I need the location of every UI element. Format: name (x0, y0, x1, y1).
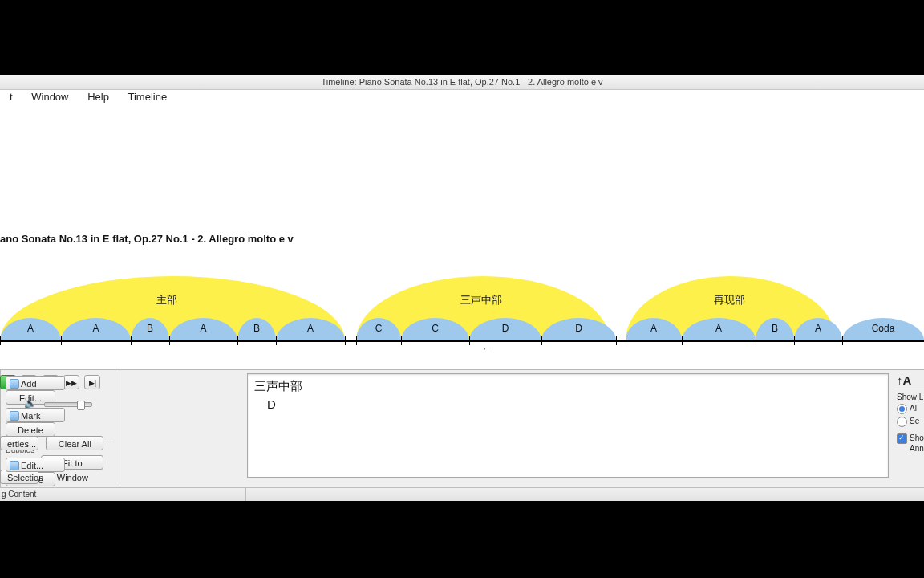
show-label: Show L (897, 393, 924, 401)
radio-sel[interactable] (897, 417, 907, 427)
bubble-label: Coda (867, 323, 899, 334)
radio-all-label: Al (910, 404, 917, 413)
skip-end-button[interactable]: ▶| (84, 375, 100, 389)
clear-all-button[interactable]: Clear All (46, 436, 103, 450)
bubble-label: C (426, 323, 445, 334)
timeline-track[interactable]: 主部三声中部再现部 AABABACCDDAABACoda ⌐ (0, 249, 924, 337)
axis-tick (842, 336, 843, 345)
timeline-axis (0, 340, 924, 342)
window-title: Timeline: Piano Sonata No.13 in E flat, … (321, 77, 602, 87)
section-label: 主部 (156, 293, 177, 307)
checkbox-ann-label: Ann (910, 444, 924, 453)
axis-tick (626, 336, 626, 345)
annotation-textarea[interactable]: 三声中部 D (247, 373, 889, 478)
window-titlebar: Timeline: Piano Sonata No.13 in E flat, … (0, 75, 924, 90)
axis-tick (756, 336, 756, 345)
radio-all[interactable] (897, 404, 907, 414)
volume-thumb[interactable] (77, 401, 85, 410)
bubble-label: A (709, 323, 728, 334)
edit-bubble2-button[interactable]: Edit... (6, 458, 65, 472)
detail-line2: D (267, 397, 881, 411)
axis-tick (616, 336, 617, 345)
bubble-label: A (808, 323, 828, 334)
playhead-cursor[interactable]: ⌐ (484, 344, 488, 352)
status-right (245, 487, 920, 501)
next-button[interactable]: ▶▶ (63, 375, 79, 389)
axis-tick (169, 336, 170, 345)
section-label: 再现部 (714, 293, 745, 307)
bubble-label: A (87, 323, 106, 334)
bubble-label: A (644, 323, 663, 334)
detail-line1: 三声中部 (254, 379, 881, 394)
menu-help[interactable]: Help (87, 90, 109, 104)
status-bar: g Content (0, 487, 924, 501)
add-bubble-button[interactable]: Add (6, 376, 65, 390)
axis-tick (237, 336, 238, 345)
volume-slider[interactable] (44, 402, 92, 407)
status-left: g Content (2, 490, 36, 499)
axis-tick (794, 336, 795, 345)
checkbox-sho-label: Sho (910, 434, 924, 442)
axis-tick (356, 336, 357, 345)
menu-t[interactable]: t (10, 90, 13, 104)
bubble-label: B (247, 323, 266, 334)
section-label: 三声中部 (460, 293, 502, 307)
axis-tick (469, 336, 470, 345)
axis-tick (0, 336, 1, 345)
bubble-label: A (21, 323, 40, 334)
axis-tick (401, 336, 402, 345)
timeline-canvas[interactable]: ano Sonata No.13 in E flat, Op.27 No.1 -… (0, 104, 924, 369)
font-size-button[interactable]: ↑A (897, 373, 924, 389)
bubble-label: B (140, 323, 160, 334)
bubble-label: B (765, 323, 784, 334)
bubble-label: A (194, 323, 213, 334)
piece-title: ano Sonata No.13 in E flat, Op.27 No.1 -… (0, 233, 294, 245)
checkbox-show-ann[interactable] (897, 434, 907, 444)
menubar: t Window Help Timeline (0, 90, 924, 105)
delete-bubble-button[interactable]: Delete (6, 422, 55, 437)
axis-tick (541, 336, 542, 345)
menu-timeline[interactable]: Timeline (128, 90, 168, 104)
control-panel: |◀ ◀◀ ▶▶ ▶| 🔈 erties... Clear All Select… (0, 369, 924, 501)
font-options: ↑A Show L Al Se Sho Ann (897, 373, 924, 453)
bubble-label: C (369, 323, 388, 334)
axis-tick (276, 336, 277, 345)
bubble-label: A (301, 323, 320, 334)
axis-tick (682, 336, 683, 345)
menu-window[interactable]: Window (31, 90, 68, 104)
properties-button[interactable]: erties... (0, 436, 38, 450)
radio-sel-label: Se (910, 417, 919, 425)
bubble-label: D (496, 323, 515, 334)
axis-tick (61, 336, 62, 345)
axis-tick (345, 336, 346, 345)
mark-bubble-button[interactable]: Mark (6, 408, 65, 422)
axis-tick (131, 336, 132, 345)
bubble-label: D (569, 323, 589, 334)
